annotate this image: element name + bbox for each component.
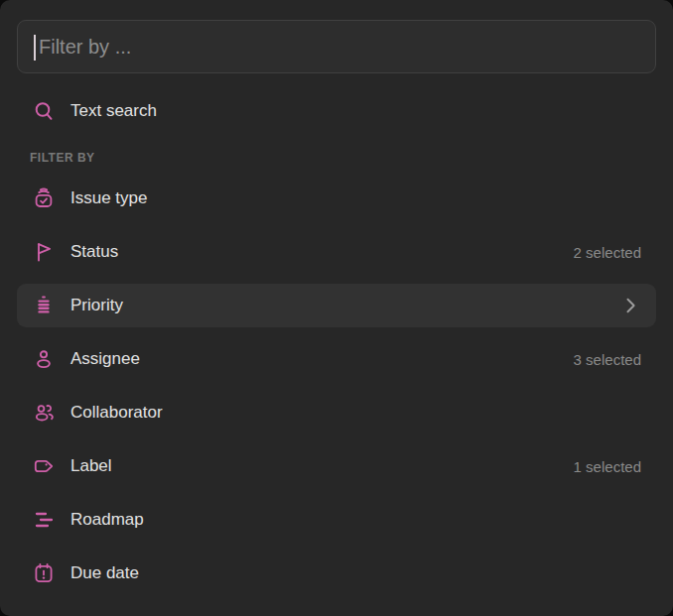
issue-type-icon bbox=[32, 186, 56, 210]
calendar-icon bbox=[32, 561, 56, 585]
filter-input[interactable] bbox=[18, 36, 655, 59]
menu-item-collaborator[interactable]: Collaborator bbox=[17, 391, 656, 434]
filter-popover: Text search FILTER BY Issue type Status … bbox=[0, 0, 673, 616]
menu-item-label[interactable]: Label 1 selected bbox=[17, 444, 656, 488]
menu-item-label: Status bbox=[70, 242, 118, 262]
search-icon bbox=[32, 99, 56, 123]
menu-item-roadmap[interactable]: Roadmap bbox=[17, 498, 656, 542]
menu-item-assignee[interactable]: Assignee 3 selected bbox=[17, 337, 656, 381]
tag-icon bbox=[32, 454, 56, 478]
section-label: FILTER BY bbox=[30, 151, 656, 165]
menu-item-label: Text search bbox=[70, 101, 157, 121]
filter-menu: Issue type Status 2 selected Priority As… bbox=[0, 177, 673, 595]
chevron-right-icon bbox=[619, 295, 641, 316]
menu-item-label: Due date bbox=[70, 563, 139, 583]
menu-item-issue-type[interactable]: Issue type bbox=[17, 177, 656, 220]
priority-icon bbox=[32, 294, 56, 317]
menu-item-label: Issue type bbox=[70, 188, 148, 208]
menu-item-label: Assignee bbox=[70, 349, 140, 369]
menu-item-priority[interactable]: Priority bbox=[17, 284, 656, 327]
selected-count: 3 selected bbox=[574, 351, 641, 368]
menu-item-label: Collaborator bbox=[70, 403, 163, 423]
menu-item-status[interactable]: Status 2 selected bbox=[17, 230, 656, 274]
selected-count: 1 selected bbox=[574, 458, 641, 475]
filter-search-box[interactable] bbox=[17, 20, 656, 73]
flag-icon bbox=[32, 240, 56, 264]
people-icon bbox=[32, 401, 56, 425]
person-icon bbox=[32, 347, 56, 371]
menu-item-text-search[interactable]: Text search bbox=[17, 89, 656, 133]
menu-item-label: Label bbox=[70, 456, 112, 476]
selected-count: 2 selected bbox=[574, 244, 641, 261]
roadmap-icon bbox=[32, 508, 56, 532]
menu-item-label: Roadmap bbox=[70, 510, 144, 530]
text-cursor bbox=[34, 35, 36, 61]
menu-item-label: Priority bbox=[70, 296, 123, 315]
menu-item-due-date[interactable]: Due date bbox=[17, 552, 656, 595]
